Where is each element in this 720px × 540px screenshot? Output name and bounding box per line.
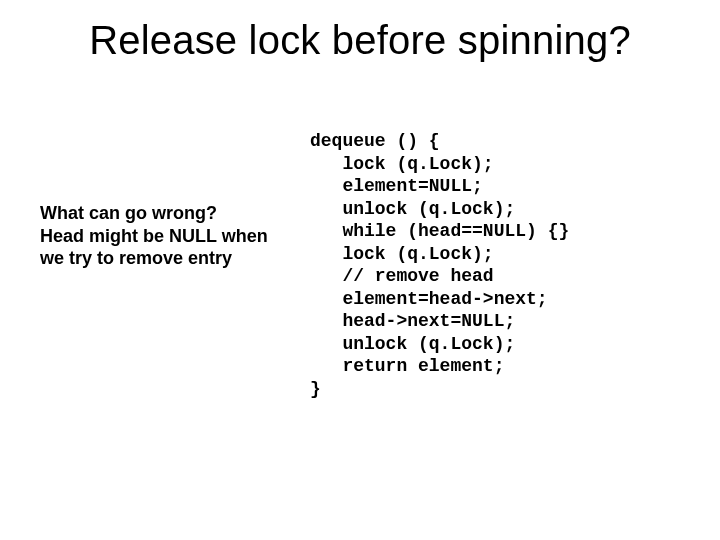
slide: Release lock before spinning? What can g… [0, 0, 720, 540]
note-line-3: we try to remove entry [40, 248, 232, 268]
slide-body: What can go wrong? Head might be NULL wh… [40, 130, 690, 500]
wrong-note: What can go wrong? Head might be NULL wh… [40, 202, 300, 270]
code-block: dequeue () { lock (q.Lock); element=NULL… [310, 130, 690, 400]
slide-title: Release lock before spinning? [0, 18, 720, 63]
left-column: What can go wrong? Head might be NULL wh… [40, 130, 310, 500]
note-line-2: Head might be NULL when [40, 226, 268, 246]
note-line-1: What can go wrong? [40, 203, 217, 223]
right-column: dequeue () { lock (q.Lock); element=NULL… [310, 130, 690, 500]
